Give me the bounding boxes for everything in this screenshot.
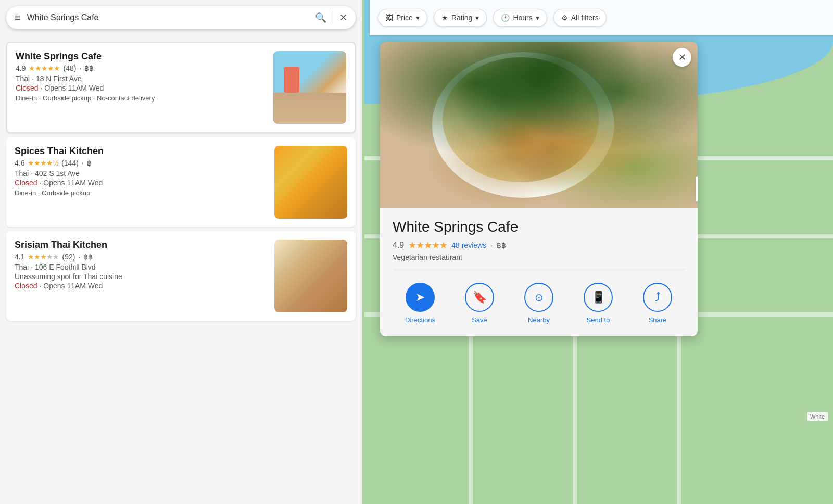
- detail-divider: [393, 270, 685, 270]
- rating-filter-arrow: ▾: [475, 14, 479, 22]
- send-to-button[interactable]: 📱 Send to: [577, 283, 619, 324]
- review-count-1: (48): [63, 64, 76, 72]
- save-button[interactable]: 🔖 Save: [459, 283, 500, 324]
- action-buttons: ➤ Directions 🔖 Save ⊙ Nearby 📱: [393, 276, 685, 326]
- detail-rating-row: 4.9 ★★★★★ 48 reviews · ฿฿: [393, 240, 685, 251]
- directions-icon-circle: ➤: [406, 283, 435, 312]
- detail-type: Vegetarian restaurant: [393, 253, 685, 261]
- send-to-icon: 📱: [591, 291, 605, 304]
- share-icon: ⤴: [655, 291, 661, 304]
- search-input[interactable]: [27, 13, 309, 22]
- result-options-1: Dine-in · Curbside pickup · No-contact d…: [16, 94, 267, 102]
- detail-close-button[interactable]: ✕: [673, 48, 691, 67]
- dot-1: ·: [79, 64, 81, 72]
- srisiam-image: [274, 240, 347, 312]
- closed-badge-2: Closed: [15, 179, 37, 187]
- share-label: Share: [649, 316, 667, 324]
- stars-3: ★★★★★: [28, 253, 59, 261]
- closed-badge-1: Closed: [16, 84, 39, 92]
- send-to-icon-circle: 📱: [584, 283, 613, 312]
- nearby-icon: ⊙: [535, 291, 544, 304]
- save-label: Save: [472, 316, 487, 324]
- all-filters-icon: ⚙: [561, 14, 568, 22]
- divider: [333, 11, 333, 24]
- results-list: White Springs Cafe 4.9 ★★★★★ (48) · ฿฿ T…: [0, 35, 362, 504]
- detail-price: ฿฿: [497, 241, 506, 249]
- detail-dot: ·: [490, 241, 493, 249]
- all-filters[interactable]: ⚙ All filters: [553, 9, 607, 27]
- food-overlay: [380, 42, 698, 208]
- close-icon[interactable]: ✕: [339, 12, 347, 23]
- search-panel: ≡ 🔍 ✕ White Springs Cafe 4.9 ★★★★★ (48) …: [0, 0, 362, 504]
- detail-stars: ★★★★★: [408, 240, 447, 251]
- result-info-2: Spices Thai Kitchen 4.6 ★★★★½ (144) · ฿ …: [15, 146, 268, 197]
- stars-2: ★★★★½: [28, 159, 58, 167]
- price-1: ฿฿: [84, 64, 94, 72]
- hours-filter[interactable]: 🕐 Hours ▾: [493, 9, 547, 27]
- all-filters-label: All filters: [571, 14, 599, 22]
- opens-1: Opens 11AM Wed: [44, 84, 104, 92]
- result-name-1: White Springs Cafe: [16, 51, 267, 62]
- filter-bar: 🖼 Price ▾ ★ Rating ▾ 🕐 Hours ▾ ⚙ All fil…: [370, 0, 833, 35]
- stars-1: ★★★★★: [29, 64, 60, 72]
- result-info-3: Srisiam Thai Kitchen 4.1 ★★★★★ (92) · ฿฿…: [15, 240, 268, 292]
- share-icon-circle: ⤴: [643, 283, 672, 312]
- rating-filter-label: Rating: [451, 14, 472, 22]
- search-icon[interactable]: 🔍: [315, 12, 326, 23]
- rating-filter-icon: ★: [441, 14, 448, 22]
- price-3: ฿฿: [83, 253, 93, 261]
- nearby-label: Nearby: [528, 316, 550, 324]
- map-place-label: White: [807, 412, 828, 421]
- rating-filter[interactable]: ★ Rating ▾: [434, 9, 487, 27]
- detail-food-image: [380, 42, 698, 208]
- search-bar: ≡ 🔍 ✕: [6, 6, 356, 29]
- spices-image: [274, 146, 347, 219]
- result-status-2: Closed · Opens 11AM Wed: [15, 179, 268, 187]
- result-address-2: Thai · 402 S 1st Ave: [15, 169, 268, 178]
- save-icon-circle: 🔖: [465, 283, 494, 312]
- price-filter-label: Price: [396, 14, 413, 22]
- nearby-button[interactable]: ⊙ Nearby: [518, 283, 560, 324]
- result-rating-row-2: 4.6 ★★★★½ (144) · ฿: [15, 159, 268, 167]
- rating-num-2: 4.6: [15, 159, 24, 167]
- directions-label: Directions: [405, 316, 435, 324]
- directions-button[interactable]: ➤ Directions: [399, 283, 441, 324]
- detail-content: White Springs Cafe 4.9 ★★★★★ 48 reviews …: [380, 208, 698, 336]
- rating-num-3: 4.1: [15, 253, 24, 261]
- result-image-2: [274, 146, 347, 219]
- result-image-1: [273, 51, 346, 124]
- result-address-1: Thai · 18 N First Ave: [16, 74, 267, 83]
- detail-reviews-link[interactable]: 48 reviews: [451, 241, 486, 249]
- menu-icon[interactable]: ≡: [15, 12, 21, 24]
- result-image-3: [274, 240, 347, 312]
- hours-filter-arrow: ▾: [536, 14, 539, 22]
- review-count-2: (144): [61, 159, 79, 167]
- closed-badge-3: Closed: [15, 282, 37, 290]
- result-address-3: Thai · 106 E Foothill Blvd: [15, 263, 268, 271]
- send-to-label: Send to: [587, 316, 610, 324]
- hours-filter-label: Hours: [513, 14, 532, 22]
- cafe1-image: [273, 51, 346, 124]
- share-button[interactable]: ⤴ Share: [637, 283, 678, 324]
- result-status-1: Closed · Opens 11AM Wed: [16, 84, 267, 92]
- opens-2: Opens 11AM Wed: [43, 179, 103, 187]
- collapse-panel-button[interactable]: ‹: [696, 177, 698, 201]
- result-status-3: Closed · Opens 11AM Wed: [15, 282, 268, 290]
- price-2: ฿: [87, 159, 92, 167]
- result-item-1[interactable]: White Springs Cafe 4.9 ★★★★★ (48) · ฿฿ T…: [6, 42, 356, 133]
- result-item-2[interactable]: Spices Thai Kitchen 4.6 ★★★★½ (144) · ฿ …: [6, 137, 356, 227]
- price-filter-arrow: ▾: [416, 14, 420, 22]
- detail-panel: ✕ White Springs Cafe 4.9 ★★★★★ 48 review…: [380, 42, 698, 336]
- result-name-3: Srisiam Thai Kitchen: [15, 240, 268, 250]
- nearby-icon-circle: ⊙: [524, 283, 553, 312]
- result-item-3[interactable]: Srisiam Thai Kitchen 4.1 ★★★★★ (92) · ฿฿…: [6, 231, 356, 321]
- hours-filter-icon: 🕐: [501, 14, 510, 22]
- result-description-3: Unassuming spot for Thai cuisine: [15, 272, 268, 281]
- detail-rating-num: 4.9: [393, 241, 404, 250]
- price-filter-icon: 🖼: [386, 14, 393, 22]
- price-filter[interactable]: 🖼 Price ▾: [378, 9, 427, 27]
- review-count-3: (92): [62, 253, 75, 261]
- save-icon: 🔖: [473, 291, 487, 304]
- result-info-1: White Springs Cafe 4.9 ★★★★★ (48) · ฿฿ T…: [16, 51, 267, 102]
- rating-num-1: 4.9: [16, 64, 26, 72]
